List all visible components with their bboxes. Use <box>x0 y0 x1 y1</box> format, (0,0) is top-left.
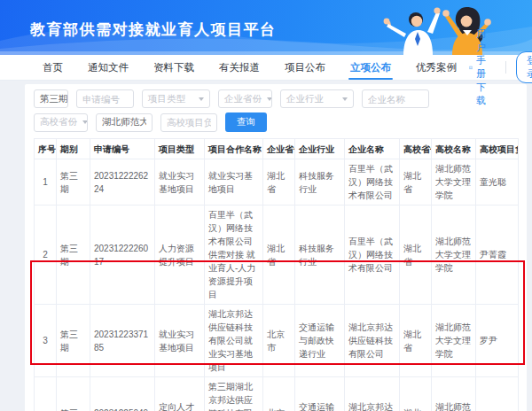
cell-company-industry: 交通运输与邮政快递行业 <box>295 305 345 377</box>
cell-school-leader: 吕彩云 <box>476 377 519 411</box>
nav-item-downloads[interactable]: 资料下载 <box>141 55 207 80</box>
cell-school-leader: 尹菁霞 <box>476 206 519 305</box>
table-row-highlighted[interactable]: 3 第三期 2023122337185 就业实习基地项目 湖北京邦达供应链科技有… <box>35 305 519 377</box>
nav-item-home[interactable]: 首页 <box>30 55 75 80</box>
col-header-seq: 序号 <box>35 139 57 159</box>
cell-school-name: 湖北师范大学文理学院 <box>432 305 476 377</box>
col-header-school-leader: 高校项目负责人 <box>476 139 519 159</box>
chevron-down-icon <box>342 97 348 101</box>
cell-school-province: 湖北省 <box>400 159 432 206</box>
chevron-down-icon <box>267 97 272 101</box>
cell-company-industry: 科技服务行业 <box>295 159 345 206</box>
company-industry-select[interactable]: 企业行业 <box>280 89 354 108</box>
approval-list-table: 序号 期别 申请编号 项目类型 项目合作名称 企业省份 企业行业 企业名称 高校… <box>34 138 519 411</box>
col-header-cooperation-name: 项目合作名称 <box>205 139 263 159</box>
book-icon <box>469 63 473 73</box>
nav-item-reports[interactable]: 有关报道 <box>207 55 272 80</box>
user-manual-download-link[interactable]: 用户手册下载 <box>469 27 495 107</box>
search-button[interactable]: 查询 <box>225 112 267 132</box>
cell-company-province: 湖北省 <box>263 159 295 206</box>
col-header-application-no: 申请编号 <box>90 139 155 159</box>
cell-seq: 3 <box>35 305 57 377</box>
col-header-project-type: 项目类型 <box>155 139 205 159</box>
login-label: 登录 <box>527 54 532 81</box>
cell-company-name: 湖北京邦达供应链科技有限公司 <box>345 305 400 377</box>
cell-seq: 4 <box>35 377 57 411</box>
cell-period: 第三期 <box>57 305 90 377</box>
company-province-select[interactable]: 企业省份 <box>218 89 272 108</box>
cell-application-no: 2023122504956 <box>90 377 155 411</box>
school-province-select[interactable]: 高校省份 <box>34 113 88 132</box>
cell-project-type: 人力资源提升项目 <box>155 206 205 305</box>
filter-row-2: 高校省份 查询 <box>34 112 518 132</box>
col-header-school-province: 高校省份 <box>400 139 432 159</box>
cell-application-no: 2023122226224 <box>90 159 155 206</box>
app-banner: 教育部供需对接就业育人项目平台 <box>0 0 532 55</box>
cell-project-type: 就业实习基地项目 <box>155 305 205 377</box>
cell-period: 第三期 <box>57 159 90 206</box>
cell-cooperation-name: 百里半（武汉）网络技术有限公司供需对接 就业育人-人力资源提升项目 <box>205 206 263 305</box>
cell-cooperation-name: 就业实习基地项目 <box>205 159 263 206</box>
cell-school-name: 湖北师范大学文理学院 <box>432 159 476 206</box>
project-type-placeholder: 项目类型 <box>148 93 185 105</box>
cell-school-name: 湖北师范大学文理学院 <box>432 206 476 305</box>
chevron-down-icon <box>82 120 88 124</box>
project-type-select[interactable]: 项目类型 <box>142 89 210 108</box>
cell-period: 第三期 <box>57 206 90 305</box>
cell-project-type: 就业实习基地项目 <box>155 159 205 206</box>
login-button[interactable]: 登录 <box>516 51 532 83</box>
cell-school-name: 湖北师范大学文理学院 <box>432 377 476 411</box>
col-header-company-province: 企业省份 <box>263 139 295 159</box>
cell-school-province: 湖北省 <box>400 377 432 411</box>
company-name-input[interactable] <box>362 89 429 108</box>
cell-seq: 2 <box>35 206 57 305</box>
nav-items: 首页 通知文件 资料下载 有关报道 项目公布 立项公布 优秀案例 <box>30 55 469 80</box>
cell-period: 第三期 <box>57 377 90 411</box>
cell-cooperation-name: 湖北京邦达供应链科技有限公司就业实习基地项目 <box>205 305 263 377</box>
company-industry-placeholder: 企业行业 <box>286 93 324 105</box>
table-row-highlighted[interactable]: 4 第三期 2023122504956 定向人才培养培训项目 第三期湖北京邦达供… <box>35 377 519 411</box>
school-leader-input[interactable] <box>160 113 217 132</box>
school-province-placeholder: 高校省份 <box>40 116 77 128</box>
chevron-down-icon <box>199 97 204 101</box>
nav-item-excellent-cases[interactable]: 优秀案例 <box>403 55 469 80</box>
cell-company-province: 北京市 <box>263 305 295 377</box>
cell-seq: 1 <box>35 159 57 206</box>
nav-right: 用户手册下载 登录 <box>469 27 532 107</box>
cell-company-industry: 交通运输与邮政快递行业 <box>295 377 345 411</box>
cell-company-province: 湖北省 <box>263 206 295 305</box>
cell-company-name: 湖北京邦达供应链科技有限公司 <box>345 377 400 411</box>
cell-company-province: 北京市 <box>263 377 295 411</box>
content-card: 第三期 项目类型 企业省份 企业行业 高校省份 <box>25 84 527 411</box>
table-row[interactable]: 1 第三期 2023122226224 就业实习基地项目 就业实习基地项目 湖北… <box>35 159 519 206</box>
user-manual-label: 用户手册下载 <box>476 27 495 107</box>
col-header-period: 期别 <box>57 139 90 159</box>
school-name-input[interactable] <box>96 113 153 132</box>
application-no-input[interactable] <box>76 89 134 108</box>
nav-item-approval-announcement[interactable]: 立项公布 <box>338 55 403 80</box>
col-header-company-industry: 企业行业 <box>295 139 345 159</box>
page-title: 教育部供需对接就业育人项目平台 <box>30 19 277 40</box>
cell-project-type: 定向人才培养培训项目 <box>155 377 205 411</box>
cell-company-industry: 科技服务行业 <box>295 206 345 305</box>
col-header-school-name: 高校名称 <box>432 139 476 159</box>
filter-row-1: 第三期 项目类型 企业省份 企业行业 <box>34 89 518 108</box>
cell-company-name: 百里半（武汉）网络技术有限公司 <box>345 206 400 305</box>
nav-item-project-announcement[interactable]: 项目公布 <box>272 55 338 80</box>
cell-application-no: 2023122337185 <box>90 305 155 377</box>
cell-school-province: 湖北省 <box>400 206 432 305</box>
nav-item-notices[interactable]: 通知文件 <box>75 55 141 80</box>
page: 教育部供需对接就业育人项目平台 首页 通知文件 <box>0 0 532 411</box>
col-header-company-name: 企业名称 <box>345 139 400 159</box>
cell-school-province: 湖北省 <box>400 305 432 377</box>
cell-cooperation-name: 第三期湖北京邦达供应链科技有限公司定向人才培养培训项目 <box>205 377 263 411</box>
cell-company-name: 百里半（武汉）网络技术有限公司 <box>345 159 400 206</box>
period-value: 第三期 <box>40 93 68 105</box>
cell-application-no: 2023122226017 <box>90 206 155 305</box>
cell-school-leader: 罗尹 <box>476 305 519 377</box>
period-select[interactable]: 第三期 <box>34 89 68 108</box>
main-navbar: 首页 通知文件 资料下载 有关报道 项目公布 立项公布 优秀案例 用户手册下载 … <box>0 55 532 81</box>
table-header-row: 序号 期别 申请编号 项目类型 项目合作名称 企业省份 企业行业 企业名称 高校… <box>35 139 519 159</box>
table-row[interactable]: 2 第三期 2023122226017 人力资源提升项目 百里半（武汉）网络技术… <box>35 206 519 305</box>
company-province-placeholder: 企业省份 <box>224 93 262 105</box>
